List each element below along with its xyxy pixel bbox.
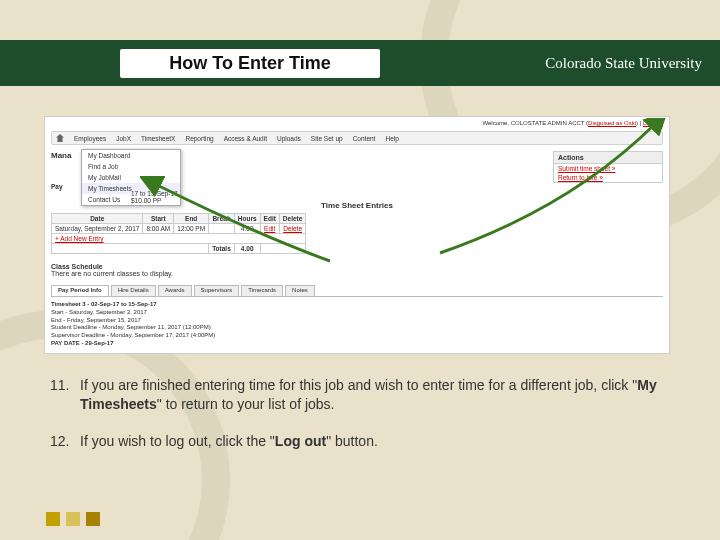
pay-block: Pay 17 to 15-Sep-17 $10.00 PP: [51, 183, 178, 204]
pp-title: Timesheet 3 - 02-Sep-17 to 15-Sep-17: [51, 301, 157, 307]
instruction-11: 11. If you are finished entering time fo…: [50, 376, 670, 414]
cell-break: [209, 224, 235, 234]
pp-supervisor-deadline: Supervisor Deadline - Monday, September …: [51, 332, 215, 338]
table-add-row: + Add New Entry: [52, 234, 306, 244]
pp-end: End - Friday, September 15, 2017: [51, 317, 141, 323]
nav-help[interactable]: Help: [385, 135, 398, 142]
square-icon: [46, 512, 60, 526]
nav-timesheetx[interactable]: TimesheetX: [141, 135, 175, 142]
nav-site-setup[interactable]: Site Set up: [311, 135, 343, 142]
col-edit: Edit: [260, 214, 279, 224]
pay-range: 17 to 15-Sep-17: [131, 190, 178, 197]
class-schedule-title: Class Schedule: [51, 263, 103, 270]
col-delete: Delete: [279, 214, 306, 224]
delete-link[interactable]: Delete: [283, 225, 302, 232]
instruction-number: 11.: [50, 376, 80, 414]
instruction-text: If you are finished entering time for th…: [80, 376, 670, 414]
disguised-link[interactable]: Disguised as Oski: [588, 120, 636, 126]
instruction-text: If you wish to log out, click the "Log o…: [80, 432, 378, 451]
main-nav: Employees JobX TimesheetX Reporting Acce…: [51, 131, 663, 145]
timesheet-entries-title: Time Sheet Entries: [321, 201, 393, 210]
dropdown-my-jobmail[interactable]: My JobMail: [82, 172, 180, 183]
pp-pay-date: PAY DATE - 29-Sep-17: [51, 340, 113, 346]
cell-start: 8:00 AM: [143, 224, 174, 234]
dropdown-find-a-job[interactable]: Find a Job: [82, 161, 180, 172]
tab-awards[interactable]: Awards: [158, 285, 192, 296]
app-screenshot: Welcome, COLOSTATE ADMIN ACCT (Disguised…: [44, 116, 670, 354]
university-logo: Colorado State University: [545, 55, 702, 72]
home-icon[interactable]: [56, 134, 64, 142]
pp-start: Start - Saturday, September 2, 2017: [51, 309, 147, 315]
nav-content[interactable]: Content: [353, 135, 376, 142]
slide-title: How To Enter Time: [120, 49, 380, 78]
cell-hours: 4.00: [234, 224, 260, 234]
pay-label: Pay: [51, 183, 63, 190]
table-totals-row: Totals 4.00: [52, 244, 306, 254]
mana-label: Mana: [51, 151, 71, 160]
square-icon: [66, 512, 80, 526]
nav-uploads[interactable]: Uploads: [277, 135, 301, 142]
pay-rate: $10.00 PP: [131, 197, 161, 204]
class-schedule: Class Schedule There are no current clas…: [51, 263, 173, 277]
cell-date: Saturday, September 2, 2017: [52, 224, 143, 234]
col-break: Break: [209, 214, 235, 224]
nav-jobx[interactable]: JobX: [116, 135, 131, 142]
tab-pay-period-info[interactable]: Pay Period Info: [51, 285, 109, 296]
col-start: Start: [143, 214, 174, 224]
welcome-bar: Welcome, COLOSTATE ADMIN ACCT (Disguised…: [482, 120, 663, 126]
square-icon: [86, 512, 100, 526]
logout-link[interactable]: Log out: [643, 120, 663, 126]
col-hours: Hours: [234, 214, 260, 224]
welcome-text: Welcome, COLOSTATE ADMIN ACCT (: [482, 120, 588, 126]
instructions: 11. If you are finished entering time fo…: [50, 376, 670, 469]
add-entry-link[interactable]: + Add New Entry: [55, 235, 104, 242]
pp-student-deadline: Student Deadline - Monday, September 11,…: [51, 324, 211, 330]
footer-squares: [46, 512, 100, 526]
tab-timecards[interactable]: Timecards: [241, 285, 283, 296]
detail-tabs: Pay Period Info Hire Details Awards Supe…: [51, 285, 663, 297]
nav-employees[interactable]: Employees: [74, 135, 106, 142]
instruction-12: 12. If you wish to log out, click the "L…: [50, 432, 670, 451]
tab-notes[interactable]: Notes: [285, 285, 315, 296]
tab-supervisors[interactable]: Supervisors: [194, 285, 240, 296]
nav-reporting[interactable]: Reporting: [185, 135, 213, 142]
actions-title: Actions: [554, 152, 662, 164]
dropdown-my-dashboard[interactable]: My Dashboard: [82, 150, 180, 161]
totals-label: Totals: [209, 244, 235, 254]
col-date: Date: [52, 214, 143, 224]
instruction-number: 12.: [50, 432, 80, 451]
header-bar: How To Enter Time Colorado State Univers…: [0, 40, 720, 86]
action-submit-timesheet[interactable]: Submit time sheet »: [554, 164, 662, 173]
table-row: Saturday, September 2, 2017 8:00 AM 12:0…: [52, 224, 306, 234]
class-schedule-body: There are no current classes to display.: [51, 270, 173, 277]
totals-hours: 4.00: [234, 244, 260, 254]
actions-panel: Actions Submit time sheet » Return to hi…: [553, 151, 663, 183]
table-header-row: Date Start End Break Hours Edit Delete: [52, 214, 306, 224]
col-end: End: [174, 214, 209, 224]
pay-period-info: Timesheet 3 - 02-Sep-17 to 15-Sep-17 Sta…: [51, 301, 215, 348]
edit-link[interactable]: Edit: [264, 225, 275, 232]
cell-end: 12:00 PM: [174, 224, 209, 234]
tab-hire-details[interactable]: Hire Details: [111, 285, 156, 296]
action-return-to-hire[interactable]: Return to hire »: [554, 173, 662, 182]
nav-access-audit[interactable]: Access & Audit: [224, 135, 267, 142]
timesheet-entries-table: Date Start End Break Hours Edit Delete S…: [51, 213, 306, 254]
